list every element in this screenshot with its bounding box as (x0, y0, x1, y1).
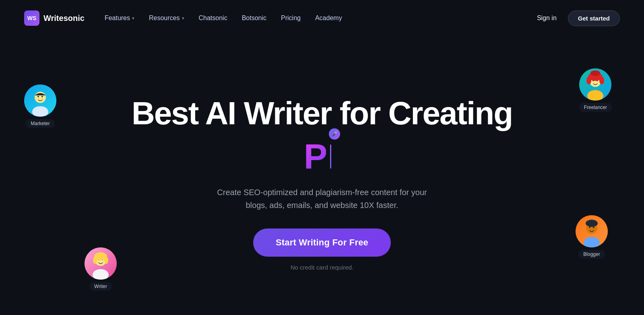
sign-in-link[interactable]: Sign in (537, 14, 557, 22)
avatar-label-marketer: Marketer (26, 119, 54, 128)
navbar: WS Writesonic Features ▾ Resources ▾ Cha… (0, 0, 644, 36)
avatar-image-freelancer (579, 68, 611, 101)
nav-academy[interactable]: Academy (315, 14, 342, 22)
cursor-line (330, 144, 331, 169)
brand-name: Writesonic (43, 14, 85, 23)
svg-point-21 (590, 70, 600, 76)
svg-point-3 (37, 96, 39, 97)
avatar-marketer: Marketer (24, 84, 56, 128)
cursor-area (328, 144, 340, 169)
svg-point-19 (586, 76, 591, 84)
chevron-down-icon: ▾ (182, 16, 184, 21)
avatar-image-writer (85, 247, 117, 280)
no-cc-text: No credit card required. (291, 264, 354, 271)
nav-features[interactable]: Features ▾ (105, 14, 134, 22)
svg-point-27 (586, 220, 598, 227)
cta-button[interactable]: Start Writing For Free (253, 229, 391, 257)
nav-chatsonic[interactable]: Chatsonic (199, 14, 227, 22)
hero-title: Best AI Writer for Creating (132, 97, 512, 130)
nav-botsonic[interactable]: Botsonic (242, 14, 266, 22)
nav-right: Sign in Get started (537, 10, 620, 26)
animated-letter: P (304, 139, 326, 174)
svg-point-4 (41, 96, 43, 97)
avatar-freelancer: Freelancer (579, 68, 612, 112)
nav-links: Features ▾ Resources ▾ Chatsonic Botsoni… (105, 14, 537, 22)
hero-section: Marketer (0, 36, 644, 315)
logo-area[interactable]: WS Writesonic (24, 10, 85, 26)
logo-icon: WS (24, 10, 39, 26)
nav-resources[interactable]: Resources ▾ (149, 14, 184, 22)
svg-point-20 (599, 76, 604, 84)
avatar-label-writer: Writer (89, 282, 112, 291)
avatar-writer: Writer (85, 247, 117, 291)
avatar-image-marketer (24, 84, 56, 117)
hero-subtitle: Create SEO-optimized and plagiarism-free… (209, 186, 435, 212)
avatar-label-blogger: Blogger (578, 250, 605, 259)
get-started-button[interactable]: Get started (568, 10, 620, 26)
svg-point-11 (93, 257, 97, 264)
nav-pricing[interactable]: Pricing (281, 14, 301, 22)
chevron-down-icon: ▾ (132, 16, 134, 21)
mic-bubble-icon (329, 128, 340, 140)
avatar-image-blogger (576, 215, 608, 247)
avatar-label-freelancer: Freelancer (579, 103, 612, 112)
animated-word-area: P (304, 138, 341, 175)
svg-point-12 (104, 257, 108, 264)
avatar-blogger: Blogger (576, 215, 608, 259)
